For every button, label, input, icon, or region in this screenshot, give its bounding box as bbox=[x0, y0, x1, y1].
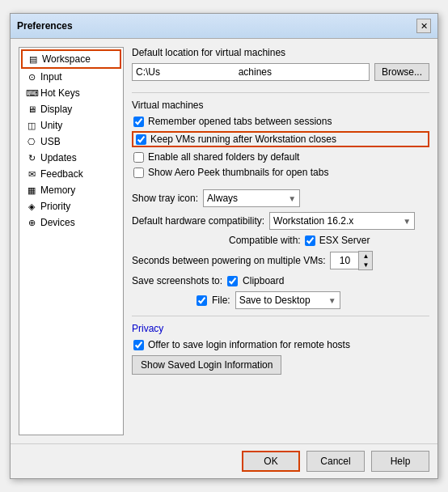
seconds-label: Seconds between powering on multiple VMs… bbox=[132, 255, 325, 266]
file-dest-value: Save to Desktop bbox=[239, 295, 311, 306]
sidebar-item-label-input: Input bbox=[40, 71, 62, 83]
path-row: Browse... bbox=[132, 63, 429, 81]
dialog-title: Preferences bbox=[17, 20, 73, 32]
compatible-row: Compatible with: ESX Server bbox=[132, 235, 429, 246]
tray-icon-arrow-icon: ▼ bbox=[288, 194, 296, 203]
shared-folders-label: Enable all shared folders by default bbox=[148, 151, 299, 163]
seconds-input[interactable] bbox=[330, 252, 358, 269]
keep-vms-checkbox[interactable] bbox=[136, 134, 146, 145]
priority-icon: ◈ bbox=[26, 201, 37, 212]
offer-login-row: Offer to save login information for remo… bbox=[132, 339, 429, 350]
devices-icon: ⊕ bbox=[26, 218, 37, 228]
file-checkbox[interactable] bbox=[197, 295, 207, 306]
sidebar-item-feedback[interactable]: ✉Feedback bbox=[21, 166, 121, 182]
preferences-dialog: Preferences ✕ ▤Workspace⊙Input⌨Hot Keys🖥… bbox=[10, 13, 438, 479]
clipboard-label: Clipboard bbox=[243, 275, 284, 286]
dialog-footer: OK Cancel Help bbox=[11, 443, 437, 478]
esx-checkbox[interactable] bbox=[305, 235, 315, 246]
sidebar: ▤Workspace⊙Input⌨Hot Keys🖥Display◫Unity⎔… bbox=[19, 47, 124, 435]
hardware-compat-value: Workstation 16.2.x bbox=[273, 215, 353, 227]
esx-label: ESX Server bbox=[319, 235, 370, 246]
updates-icon: ↻ bbox=[26, 153, 37, 163]
sidebar-item-label-updates: Updates bbox=[40, 152, 77, 163]
sidebar-item-hotkeys[interactable]: ⌨Hot Keys bbox=[21, 85, 121, 101]
browse-button[interactable]: Browse... bbox=[374, 63, 429, 81]
seconds-row: Seconds between powering on multiple VMs… bbox=[132, 251, 429, 270]
default-location-section: Default location for virtual machines Br… bbox=[132, 47, 429, 81]
sidebar-item-memory[interactable]: ▦Memory bbox=[21, 182, 121, 198]
hotkeys-icon: ⌨ bbox=[26, 88, 37, 99]
sidebar-item-label-priority: Priority bbox=[40, 201, 70, 212]
show-saved-wrapper: Show Saved Login Information bbox=[132, 355, 429, 375]
file-label: File: bbox=[212, 295, 230, 306]
offer-login-label: Offer to save login information for remo… bbox=[148, 339, 350, 350]
remember-tabs-row: Remember opened tabs between sessions bbox=[132, 116, 429, 127]
remember-tabs-label: Remember opened tabs between sessions bbox=[148, 116, 332, 127]
clipboard-checkbox[interactable] bbox=[227, 276, 238, 286]
privacy-title: Privacy bbox=[132, 323, 429, 334]
sidebar-item-label-devices: Devices bbox=[40, 217, 75, 228]
file-dest-arrow-icon: ▼ bbox=[328, 296, 336, 305]
spinbox-up-button[interactable]: ▲ bbox=[359, 252, 372, 261]
offer-login-checkbox[interactable] bbox=[133, 340, 144, 350]
default-location-label: Default location for virtual machines bbox=[132, 47, 429, 58]
compatible-with-label: Compatible with: bbox=[229, 235, 301, 246]
sidebar-item-display[interactable]: 🖥Display bbox=[21, 101, 121, 117]
screenshots-label: Save screenshots to: bbox=[132, 275, 222, 286]
vm-section-label: Virtual machines bbox=[132, 100, 429, 111]
tray-icon-row: Show tray icon: Always ▼ bbox=[132, 189, 429, 207]
cancel-button[interactable]: Cancel bbox=[306, 451, 365, 472]
dialog-body: ▤Workspace⊙Input⌨Hot Keys🖥Display◫Unity⎔… bbox=[11, 39, 437, 443]
hardware-compat-dropdown[interactable]: Workstation 16.2.x ▼ bbox=[269, 212, 415, 230]
sidebar-item-input[interactable]: ⊙Input bbox=[21, 69, 121, 85]
sidebar-item-updates[interactable]: ↻Updates bbox=[21, 150, 121, 166]
tray-icon-label: Show tray icon: bbox=[132, 193, 198, 204]
sidebar-item-workspace[interactable]: ▤Workspace bbox=[21, 49, 121, 69]
shared-folders-checkbox[interactable] bbox=[133, 152, 144, 163]
help-button[interactable]: Help bbox=[371, 451, 429, 472]
privacy-divider bbox=[132, 316, 429, 316]
usb-icon: ⎔ bbox=[26, 137, 37, 147]
keep-vms-row: Keep VMs running after Workstation close… bbox=[132, 131, 429, 147]
sidebar-item-label-hotkeys: Hot Keys bbox=[40, 87, 80, 99]
content-area: Default location for virtual machines Br… bbox=[132, 47, 429, 435]
tray-icon-value: Always bbox=[207, 193, 238, 204]
file-dest-dropdown[interactable]: Save to Desktop ▼ bbox=[235, 291, 340, 309]
tray-icon-dropdown[interactable]: Always ▼ bbox=[203, 189, 300, 207]
remember-tabs-checkbox[interactable] bbox=[133, 117, 144, 127]
show-saved-button[interactable]: Show Saved Login Information bbox=[132, 355, 281, 375]
hardware-compat-row: Default hardware compatibility: Workstat… bbox=[132, 212, 429, 230]
aero-peek-row: Show Aero Peek thumbnails for open tabs bbox=[132, 167, 429, 178]
sidebar-item-label-memory: Memory bbox=[40, 184, 75, 196]
file-row: File: Save to Desktop ▼ bbox=[132, 291, 429, 309]
sidebar-item-unity[interactable]: ◫Unity bbox=[21, 117, 121, 134]
sidebar-item-label-workspace: Workspace bbox=[42, 53, 91, 65]
sidebar-item-usb[interactable]: ⎔USB bbox=[21, 134, 121, 150]
aero-peek-label: Show Aero Peek thumbnails for open tabs bbox=[148, 167, 328, 178]
ok-button[interactable]: OK bbox=[242, 451, 300, 472]
feedback-icon: ✉ bbox=[26, 169, 37, 180]
close-button[interactable]: ✕ bbox=[416, 19, 431, 33]
section-divider bbox=[132, 92, 429, 93]
sidebar-item-label-usb: USB bbox=[40, 136, 61, 147]
workspace-icon: ▤ bbox=[27, 54, 39, 65]
sidebar-item-label-feedback: Feedback bbox=[40, 168, 83, 180]
unity-icon: ◫ bbox=[26, 121, 37, 131]
keep-vms-label: Keep VMs running after Workstation close… bbox=[150, 134, 336, 145]
shared-folders-row: Enable all shared folders by default bbox=[132, 151, 429, 163]
hardware-compat-label: Default hardware compatibility: bbox=[132, 215, 264, 227]
memory-icon: ▦ bbox=[26, 185, 37, 196]
screenshots-row: Save screenshots to: Clipboard bbox=[132, 275, 429, 286]
vm-section: Virtual machines Remember opened tabs be… bbox=[132, 100, 429, 178]
seconds-spinbox: ▲ ▼ bbox=[330, 251, 373, 270]
display-icon: 🖥 bbox=[26, 104, 37, 114]
spinbox-buttons: ▲ ▼ bbox=[358, 251, 373, 270]
path-input[interactable] bbox=[132, 63, 370, 81]
sidebar-item-priority[interactable]: ◈Priority bbox=[21, 198, 121, 214]
sidebar-item-label-display: Display bbox=[40, 104, 72, 115]
spinbox-down-button[interactable]: ▼ bbox=[359, 261, 372, 269]
hardware-compat-arrow-icon: ▼ bbox=[403, 217, 411, 226]
sidebar-item-devices[interactable]: ⊕Devices bbox=[21, 214, 121, 231]
aero-peek-checkbox[interactable] bbox=[133, 168, 144, 178]
privacy-section: Privacy Offer to save login information … bbox=[132, 323, 429, 375]
